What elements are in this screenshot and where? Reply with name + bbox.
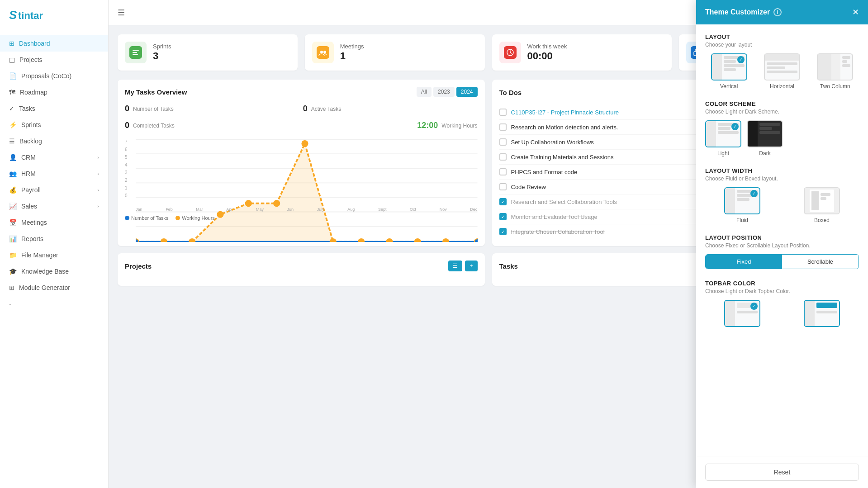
- sidebar-item-label: HRM: [21, 170, 36, 177]
- todo-checkbox[interactable]: [499, 228, 507, 235]
- layout-options: ✓ Vertical: [705, 53, 859, 90]
- check-icon: ✓: [737, 56, 745, 63]
- layout-position-title: LAYOUT POSITION: [705, 234, 859, 241]
- backlog-icon: ☰: [9, 137, 15, 145]
- layout-vertical-option[interactable]: ✓ Vertical: [705, 53, 753, 90]
- meetings-stat-icon: [312, 42, 334, 63]
- active-tasks-stat: 0 Active Tasks: [303, 104, 478, 114]
- color-light-preview: ✓: [705, 120, 741, 147]
- todo-checkbox[interactable]: [499, 138, 507, 146]
- todo-checkbox[interactable]: [499, 123, 507, 131]
- color-scheme-section: COLOR SCHEME Choose Light or Dark Scheme…: [705, 100, 859, 156]
- topbar-color-options: ✓: [705, 300, 859, 327]
- y-label: 2: [125, 178, 134, 183]
- layout-position-subtitle: Choose Fixed or Scrollable Layout Positi…: [705, 242, 859, 249]
- sidebar-item-knowledge-base[interactable]: 🎓 Knowledge Base: [0, 263, 108, 280]
- projects-add-button[interactable]: +: [465, 261, 477, 271]
- todo-checkbox[interactable]: [499, 168, 507, 175]
- y-label: 0: [125, 193, 134, 198]
- todo-checkbox[interactable]: [499, 109, 507, 116]
- sidebar-item-payroll[interactable]: 💰 Payroll ›: [0, 182, 108, 198]
- chevron-right-icon: ›: [97, 155, 99, 160]
- sidebar-item-meetings[interactable]: 📅 Meetings: [0, 214, 108, 231]
- sidebar-item-label: Sprints: [21, 121, 41, 128]
- position-fixed-button[interactable]: Fixed: [706, 255, 782, 269]
- filter-2023[interactable]: 2023: [433, 87, 455, 97]
- sidebar-item-roadmap[interactable]: 🗺 Roadmap: [0, 84, 108, 100]
- projects-icon: ◫: [9, 56, 15, 63]
- todo-checkbox[interactable]: [499, 198, 507, 205]
- theme-customizer-title: Theme Customizer i: [705, 8, 782, 16]
- color-light-option[interactable]: ✓ Light: [705, 120, 741, 156]
- color-light-label: Light: [717, 150, 729, 156]
- close-theme-panel-button[interactable]: ✕: [852, 7, 859, 17]
- todo-checkbox[interactable]: [499, 213, 507, 220]
- svg-rect-5: [133, 54, 138, 55]
- sprints-label: Sprints: [153, 43, 290, 51]
- sprints-icon: ⚡: [9, 121, 17, 128]
- sidebar-item-label: Knowledge Base: [21, 268, 69, 275]
- sprints-stat-icon: [125, 42, 147, 63]
- completed-tasks-label: Completed Tasks: [133, 123, 175, 129]
- svg-point-33: [442, 238, 449, 242]
- reset-button[interactable]: Reset: [705, 464, 859, 481]
- projects-card: Projects ☰ +: [118, 253, 485, 286]
- meetings-label: Meetings: [340, 43, 478, 51]
- sidebar-item-projects[interactable]: ◫ Projects: [0, 52, 108, 68]
- width-boxed-preview: [804, 187, 840, 214]
- topbar-light-option[interactable]: ✓: [705, 300, 779, 327]
- layout-two-column-option[interactable]: Two Column: [811, 53, 859, 90]
- svg-point-25: [217, 211, 223, 218]
- dashboard-icon: ⊞: [9, 40, 14, 47]
- meetings-value: 1: [340, 50, 478, 62]
- menu-toggle[interactable]: ☰: [118, 8, 125, 18]
- todo-checkbox[interactable]: [499, 153, 507, 161]
- logo-text: S tintar: [9, 7, 54, 24]
- sidebar-nav: ⊞ Dashboard ◫ Projects 📄 Proposals (CoCo…: [0, 32, 108, 488]
- tasks-overview-title: My Tasks Overview: [125, 88, 187, 96]
- knowledge-icon: 🎓: [9, 268, 17, 275]
- module-icon: ⊞: [9, 284, 14, 291]
- projects-card-header: Projects ☰ +: [125, 261, 478, 271]
- filter-2024[interactable]: 2024: [456, 87, 478, 97]
- sidebar-item-tasks[interactable]: ✓ Tasks: [0, 100, 108, 117]
- sidebar-item-label: Payroll: [21, 186, 41, 194]
- svg-point-31: [386, 238, 393, 242]
- svg-point-32: [414, 238, 421, 242]
- filter-all[interactable]: All: [417, 87, 432, 97]
- sidebar-item-file-manager[interactable]: 📁 File Manager: [0, 247, 108, 263]
- sidebar-item-label: Projects: [19, 56, 43, 63]
- sidebar-item-dashboard[interactable]: ⊞ Dashboard: [0, 35, 108, 52]
- layout-horizontal-option[interactable]: Horizontal: [758, 53, 806, 90]
- work-value: 00:00: [527, 50, 665, 62]
- position-scrollable-button[interactable]: Scrollable: [782, 255, 859, 269]
- width-fluid-option[interactable]: ✓ Fluid: [705, 187, 779, 223]
- width-options: ✓ Fluid: [705, 187, 859, 223]
- width-boxed-option[interactable]: Boxed: [785, 187, 859, 223]
- theme-body: LAYOUT Choose your layout ✓: [696, 24, 868, 456]
- svg-rect-6: [317, 46, 329, 59]
- svg-text:S: S: [9, 8, 17, 22]
- sidebar-item-label: Sales: [21, 203, 37, 210]
- sidebar-item-crm[interactable]: 👤 CRM ›: [0, 149, 108, 166]
- sidebar-item-sales[interactable]: 📈 Sales ›: [0, 198, 108, 214]
- sidebar-item-backlog[interactable]: ☰ Backlog: [0, 133, 108, 149]
- color-scheme-title: COLOR SCHEME: [705, 100, 859, 107]
- sidebar-item-sprints[interactable]: ⚡ Sprints: [0, 117, 108, 133]
- projects-list-view[interactable]: ☰: [448, 261, 462, 271]
- sidebar-item-hrm[interactable]: 👥 HRM ›: [0, 166, 108, 182]
- sidebar-item-label: Module Generator: [19, 284, 70, 291]
- info-icon[interactable]: i: [773, 8, 782, 16]
- working-hours-label: Working Hours: [441, 123, 477, 129]
- sidebar-item-module-generator[interactable]: ⊞ Module Generator: [0, 280, 108, 296]
- color-dark-option[interactable]: Dark: [747, 120, 783, 156]
- topbar-dark-option[interactable]: [785, 300, 859, 327]
- todo-checkbox[interactable]: [499, 183, 507, 190]
- payroll-icon: 💰: [9, 186, 17, 194]
- sidebar-item-label: Dashboard: [19, 40, 50, 47]
- svg-point-26: [245, 200, 252, 207]
- theme-customizer-header: Theme Customizer i ✕: [696, 0, 868, 24]
- sidebar-item-reports[interactable]: 📊 Reports: [0, 231, 108, 247]
- layout-section-title: LAYOUT: [705, 33, 859, 40]
- sidebar-item-proposals[interactable]: 📄 Proposals (CoCo): [0, 68, 108, 84]
